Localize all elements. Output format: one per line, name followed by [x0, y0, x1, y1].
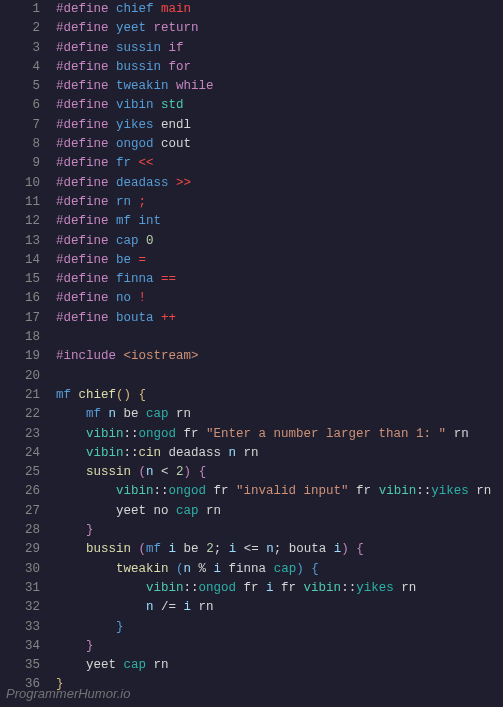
line-code: #define cap 0: [56, 232, 503, 251]
code-line: 28 }: [0, 521, 503, 540]
token: #define: [56, 21, 109, 35]
token: be: [116, 253, 131, 267]
token: rn: [394, 581, 417, 595]
code-area: 1#define chief main2#define yeet return3…: [0, 0, 503, 695]
line-code: }: [56, 637, 503, 656]
token: #define: [56, 41, 109, 55]
line-number: 25: [0, 463, 56, 482]
code-line: 12#define mf int: [0, 212, 503, 231]
token: chief: [79, 388, 117, 402]
line-code: #define finna ==: [56, 270, 503, 289]
token: [131, 214, 139, 228]
token: [131, 195, 139, 209]
token: {: [199, 465, 207, 479]
token: cap: [176, 504, 199, 518]
token: }: [86, 523, 94, 537]
token: vibin: [116, 484, 154, 498]
code-line: 10#define deadass >>: [0, 174, 503, 193]
token: [109, 2, 117, 16]
token: {: [311, 562, 319, 576]
line-number: 22: [0, 405, 56, 424]
token: [109, 176, 117, 190]
token: fr: [176, 427, 206, 441]
token: fr: [349, 484, 379, 498]
token: tweakin: [116, 79, 169, 93]
token: <: [154, 465, 177, 479]
token: ): [341, 542, 349, 556]
token: 0: [146, 234, 154, 248]
line-code: #define sussin if: [56, 39, 503, 58]
token: [109, 195, 117, 209]
token: tweakin: [116, 562, 169, 576]
code-line: 3#define sussin if: [0, 39, 503, 58]
token: main: [161, 2, 191, 16]
token: chief: [116, 2, 154, 16]
token: [131, 465, 139, 479]
token: bussin: [116, 60, 161, 74]
token: cap: [274, 562, 297, 576]
token: vibin: [86, 446, 124, 460]
token: ongod: [116, 137, 154, 151]
token: deadass: [161, 446, 229, 460]
token: 2: [176, 465, 184, 479]
token: i: [184, 600, 192, 614]
token: i: [169, 542, 177, 556]
token: (: [139, 465, 147, 479]
token: no: [116, 291, 131, 305]
watermark: ProgrammerHumor.io: [6, 684, 131, 703]
line-code: #define chief main: [56, 0, 503, 19]
line-number: 16: [0, 289, 56, 308]
token: yikes: [356, 581, 394, 595]
code-line: 6#define vibin std: [0, 96, 503, 115]
token: [56, 484, 116, 498]
token: yikes: [431, 484, 469, 498]
token: [56, 523, 86, 537]
token: [191, 465, 199, 479]
line-number: 5: [0, 77, 56, 96]
code-line: 30 tweakin (n % i finna cap) {: [0, 560, 503, 579]
token: fr: [206, 484, 236, 498]
token: #define: [56, 98, 109, 112]
token: n: [146, 465, 154, 479]
token: rn: [469, 484, 492, 498]
code-line: 13#define cap 0: [0, 232, 503, 251]
token: [169, 79, 177, 93]
token: vibin: [304, 581, 342, 595]
token: int: [139, 214, 162, 228]
line-code: #define bussin for: [56, 58, 503, 77]
token: ::: [341, 581, 356, 595]
code-line: 9#define fr <<: [0, 154, 503, 173]
token: be: [116, 407, 146, 421]
code-line: 27 yeet no cap rn: [0, 502, 503, 521]
line-code: sussin (n < 2) {: [56, 463, 503, 482]
token: [109, 234, 117, 248]
token: rn: [146, 658, 169, 672]
token: ::: [124, 446, 139, 460]
code-line: 5#define tweakin while: [0, 77, 503, 96]
token: [131, 253, 139, 267]
token: yikes: [116, 118, 154, 132]
code-line: 31 vibin::ongod fr i fr vibin::yikes rn: [0, 579, 503, 598]
line-number: 20: [0, 367, 56, 386]
line-code: #define mf int: [56, 212, 503, 231]
token: <<: [139, 156, 154, 170]
token: [109, 98, 117, 112]
token: [56, 562, 116, 576]
line-code: vibin::ongod fr "Enter a number larger t…: [56, 425, 503, 444]
token: std: [161, 98, 184, 112]
token: (: [139, 542, 147, 556]
line-number: 32: [0, 598, 56, 617]
token: #define: [56, 137, 109, 151]
line-code: mf chief() {: [56, 386, 503, 405]
token: [109, 291, 117, 305]
code-line: 15#define finna ==: [0, 270, 503, 289]
token: yeet: [116, 21, 146, 35]
token: ++: [161, 311, 176, 325]
code-line: 1#define chief main: [0, 0, 503, 19]
line-number: 35: [0, 656, 56, 675]
line-code: #define no !: [56, 289, 503, 308]
token: fr: [116, 156, 131, 170]
code-line: 32 n /= i rn: [0, 598, 503, 617]
code-line: 18: [0, 328, 503, 347]
token: ongod: [139, 427, 177, 441]
